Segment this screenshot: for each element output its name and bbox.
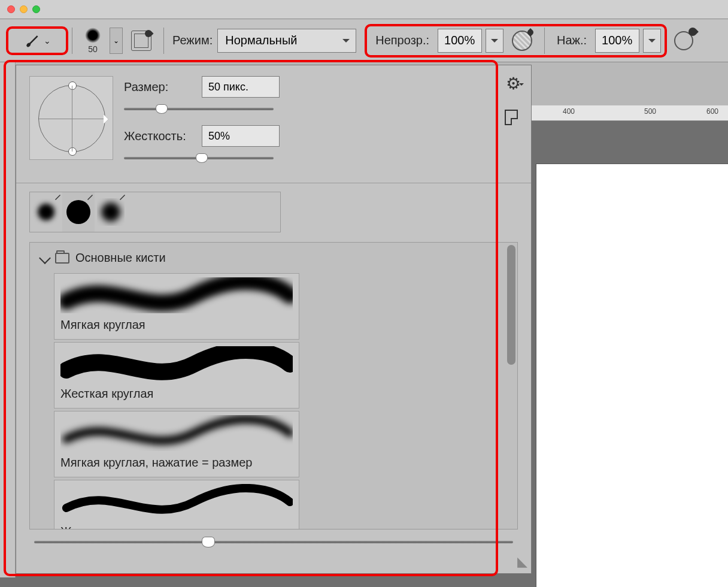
- slider-thumb[interactable]: [156, 104, 168, 114]
- recent-brush-item[interactable]: [30, 192, 62, 232]
- brush-settings-button[interactable]: [131, 31, 151, 51]
- brush-preset-panel: Размер: 50 пикс. Жесткость: 50%: [16, 65, 532, 574]
- preset-list: Основные кисти Мягкая круглая Жесткая кр…: [29, 242, 518, 529]
- edit-badge-icon: [54, 193, 61, 201]
- preset-label: Жесткая круглая: [60, 387, 293, 401]
- angle-handle[interactable]: [68, 81, 77, 90]
- svg-point-1: [66, 200, 90, 224]
- gear-icon[interactable]: [505, 74, 521, 90]
- preset-item[interactable]: Жесткая круглая: [54, 342, 299, 409]
- blend-mode-select[interactable]: Нормальный: [217, 29, 356, 53]
- hardness-input[interactable]: 50%: [202, 125, 280, 147]
- chevron-down-icon: ⌄: [44, 36, 51, 46]
- divider: [163, 28, 164, 54]
- opacity-dropdown[interactable]: [486, 29, 503, 53]
- opacity-label: Непрозр.:: [375, 34, 429, 47]
- angle-arrow-icon[interactable]: [104, 114, 113, 124]
- brush-dot-icon: [85, 28, 101, 43]
- slider-thumb[interactable]: [202, 537, 215, 547]
- divider: [544, 28, 545, 54]
- brush-size-preview[interactable]: 50: [76, 28, 110, 54]
- ruler-tick: 500: [644, 107, 656, 116]
- preset-label: Мягкая круглая, нажатие = размер: [60, 456, 293, 470]
- ruler-tick: 600: [706, 107, 718, 116]
- folder-icon: [55, 253, 69, 264]
- close-window-button[interactable]: [7, 5, 15, 13]
- minimize-window-button[interactable]: [20, 5, 28, 13]
- left-toolstrip: [0, 62, 16, 577]
- zoom-window-button[interactable]: [32, 5, 40, 13]
- preset-item[interactable]: Мягкая круглая, нажатие = размер: [54, 411, 299, 477]
- scrollbar-thumb[interactable]: [507, 245, 515, 365]
- recent-brush-item[interactable]: [62, 192, 95, 232]
- edit-badge-icon: [86, 193, 93, 201]
- hardness-label: Жесткость:: [124, 129, 202, 143]
- canvas[interactable]: [536, 164, 728, 587]
- size-input[interactable]: 50 пикс.: [202, 76, 280, 98]
- preset-item[interactable]: Мягкая круглая: [54, 273, 299, 340]
- brush-angle-control[interactable]: [29, 76, 113, 160]
- preset-label: Мягкая круглая: [60, 318, 293, 332]
- airbrush-icon[interactable]: [672, 29, 696, 53]
- recent-brushes: [16, 183, 531, 237]
- svg-point-2: [101, 202, 120, 222]
- svg-point-0: [38, 204, 54, 220]
- options-bar: ⌄ 50 ⌄ Режим: Нормальный Непрозр.: 100% …: [0, 19, 728, 62]
- flow-label: Наж.:: [557, 34, 587, 47]
- brush-size-label: 50: [88, 44, 98, 54]
- ruler-tick: 400: [563, 107, 575, 116]
- angle-handle[interactable]: [68, 147, 77, 156]
- tool-preset-button[interactable]: ⌄: [6, 26, 68, 55]
- flow-dropdown[interactable]: [643, 29, 661, 53]
- size-label: Размер:: [124, 80, 202, 94]
- brush-picker-dropdown[interactable]: ⌄: [110, 28, 123, 54]
- preset-group-header[interactable]: Основные кисти: [30, 243, 505, 273]
- opacity-input[interactable]: 100%: [438, 29, 482, 53]
- flow-input[interactable]: 100%: [595, 29, 639, 53]
- divider: [72, 28, 72, 54]
- edit-badge-icon: [119, 193, 126, 201]
- resize-grip-icon[interactable]: ◢: [517, 554, 527, 570]
- window-titlebar: [0, 0, 728, 19]
- preset-label: Жесткая круглая, нажатие = размер: [60, 525, 293, 529]
- size-slider[interactable]: [124, 102, 274, 116]
- blend-mode-value: Нормальный: [225, 34, 297, 47]
- new-preset-icon[interactable]: [505, 110, 518, 125]
- panel-header: Размер: 50 пикс. Жесткость: 50%: [16, 65, 531, 183]
- slider-thumb[interactable]: [196, 153, 208, 163]
- vertical-scrollbar[interactable]: [505, 243, 517, 529]
- opacity-flow-group: Непрозр.: 100% Наж.: 100%: [365, 24, 667, 58]
- recent-brush-item[interactable]: [95, 192, 127, 232]
- preset-item[interactable]: Жесткая круглая, нажатие = размер: [54, 480, 299, 529]
- group-name: Основные кисти: [75, 251, 166, 265]
- pressure-opacity-icon[interactable]: [512, 31, 532, 51]
- thumbnail-size-slider[interactable]: [34, 534, 513, 550]
- mode-label: Режим:: [172, 34, 213, 47]
- hardness-slider[interactable]: [124, 152, 274, 165]
- brush-icon: [23, 32, 40, 49]
